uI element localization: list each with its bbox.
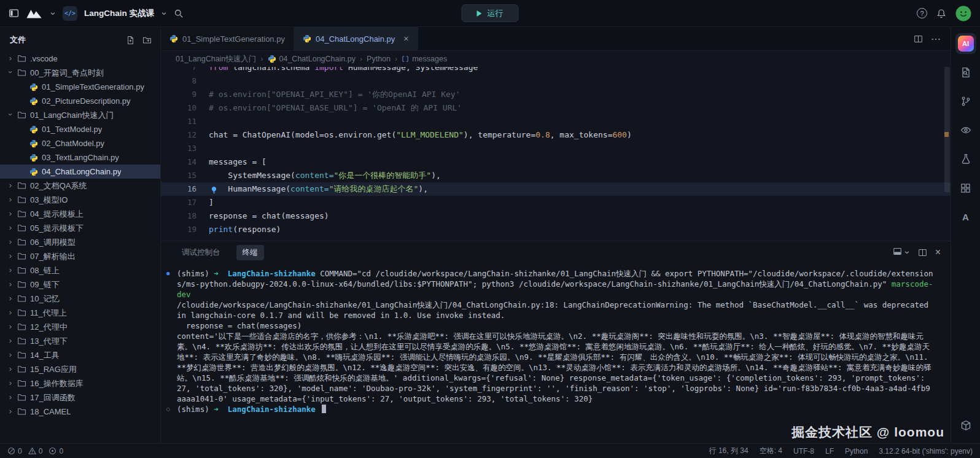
ai-assistant-icon[interactable]: AI	[955, 33, 976, 54]
code-editor[interactable]: 7from langchain.schema import HumanMessa…	[161, 67, 951, 241]
breadcrumb-item[interactable]: messages	[402, 55, 447, 63]
tree-file[interactable]: 01_TextModel.py	[0, 122, 160, 136]
activity-bar-top: AIA	[955, 33, 976, 227]
breadcrumb-separator: ›	[360, 55, 362, 63]
python-file-icon	[29, 168, 38, 176]
split-editor-icon[interactable]	[914, 34, 923, 44]
tree-folder[interactable]: ›13_代理下	[0, 334, 160, 348]
tree-folder[interactable]: ›08_链上	[0, 263, 160, 278]
close-panel-icon[interactable]: ×	[935, 247, 941, 257]
testing-icon[interactable]	[955, 149, 976, 169]
tree-folder[interactable]: ›05_提示模板下	[0, 221, 160, 235]
terminal-block: response = chat(messages)	[177, 320, 933, 331]
tree-item-label: 15_RAG应用	[30, 364, 77, 375]
tree-file[interactable]: 02_PictureDescription.py	[0, 94, 160, 108]
tree-item-label: 01_SimpleTextGeneration.py	[42, 82, 144, 91]
tree-folder[interactable]: ›12_代理中	[0, 320, 160, 334]
tree-folder[interactable]: ›03_模型IO	[0, 193, 160, 207]
tree-item-label: 05_提示模板下	[30, 223, 84, 234]
warning-indicator[interactable]: 0	[28, 447, 43, 456]
split-terminal-icon[interactable]	[918, 248, 927, 257]
search-icon[interactable]	[174, 9, 184, 18]
tree-folder[interactable]: ›17_回调函数	[0, 390, 160, 405]
status-item[interactable]: 3.12.2 64-bit ('shims': pyenv)	[879, 447, 973, 456]
tree-item-label: 18_CAMEL	[30, 407, 71, 416]
folder-icon	[17, 294, 26, 303]
close-tab-icon[interactable]: ×	[403, 34, 408, 44]
tree-file[interactable]: 04_ChatLongChain.py	[0, 165, 160, 179]
tree-file[interactable]: 02_ChatModel.py	[0, 136, 160, 150]
titlebar-right: ?	[917, 6, 971, 21]
activity-bar-bottom	[955, 415, 976, 436]
package-icon[interactable]	[955, 415, 976, 436]
breadcrumb-item[interactable]: 04_ChatLongChain.py	[268, 55, 356, 63]
tree-folder[interactable]: ›01_LangChain快速入门	[0, 108, 160, 122]
chevron-down-icon[interactable]	[161, 10, 167, 17]
command-decoration-icon[interactable]: ○	[166, 404, 169, 414]
error-indicator[interactable]: 0	[7, 447, 22, 456]
preview-icon[interactable]	[955, 120, 976, 141]
panel-tab[interactable]: 调试控制台	[176, 245, 227, 260]
tree-folder[interactable]: ›.vscode	[0, 52, 160, 66]
editor-tab[interactable]: 04_ChatLongChain.py×	[294, 27, 418, 50]
sidebar-toggle-icon[interactable]	[9, 8, 19, 18]
new-file-icon[interactable]	[126, 36, 135, 45]
editor-tab[interactable]: 01_SimpleTextGeneration.py	[161, 27, 294, 50]
tree-folder[interactable]: ›04_提示模板上	[0, 207, 160, 221]
editor-scrollbar[interactable]	[944, 67, 950, 241]
breadcrumb-item[interactable]: Python	[367, 55, 391, 63]
command-decoration-icon[interactable]: ●	[166, 268, 169, 279]
avatar[interactable]	[955, 6, 971, 21]
tree-folder[interactable]: ›11_代理上	[0, 306, 160, 320]
help-icon[interactable]: ?	[917, 8, 927, 18]
chevron-icon: ›	[7, 53, 14, 63]
status-item[interactable]: Python	[845, 447, 868, 456]
code-line: 16 HumanMessage(content="请给我的桌游店起个名"),	[161, 182, 951, 196]
source-control-icon[interactable]	[955, 91, 976, 112]
panel-tab[interactable]: 终端	[236, 245, 264, 260]
scrollbar-thumb[interactable]	[944, 67, 950, 192]
tree-file[interactable]: 01_SimpleTextGeneration.py	[0, 80, 160, 94]
panel-tabs: 调试控制台终端	[176, 245, 264, 260]
extensions-icon[interactable]	[955, 177, 976, 198]
python-file-icon	[29, 83, 38, 91]
chevron-icon: ›	[7, 308, 14, 317]
more-actions-icon[interactable]: ⋯	[931, 33, 941, 45]
status-item[interactable]: 空格: 4	[760, 446, 782, 456]
panel-header: 调试控制台终端 ×	[161, 241, 951, 263]
tree-folder[interactable]: ›02_文档QA系统	[0, 179, 160, 193]
status-item[interactable]: 行 16, 列 34	[709, 446, 749, 456]
status-item[interactable]: LF	[825, 447, 834, 456]
breadcrumb-item[interactable]: 01_LangChain快速入门	[176, 54, 256, 64]
ide-window: </> LangChain 实战课 运行 ? 文件 ›.vscode›00_开篇…	[0, 0, 980, 458]
dot-indicator[interactable]: 0	[49, 447, 63, 456]
run-button[interactable]: 运行	[462, 4, 519, 22]
chevron-icon: ›	[7, 392, 14, 402]
tree-folder[interactable]: ›10_记忆	[0, 292, 160, 306]
terminal-layout-icon[interactable]	[893, 247, 910, 258]
tree-folder[interactable]: ›07_解析输出	[0, 249, 160, 263]
tree-folder[interactable]: ›00_开篇词_奇点时刻	[0, 66, 160, 80]
error-icon	[7, 447, 15, 455]
code-line: 11	[161, 115, 951, 128]
workspace-name[interactable]: LangChain 实战课	[84, 8, 154, 19]
tree-folder[interactable]: ›09_链下	[0, 278, 160, 292]
folder-icon	[17, 181, 26, 190]
tree-folder[interactable]: ›16_操作数据库	[0, 376, 160, 390]
tree-folder[interactable]: ›15_RAG应用	[0, 362, 160, 376]
line-number: 12	[161, 128, 196, 142]
new-folder-icon[interactable]	[142, 36, 152, 45]
tree-folder[interactable]: ›18_CAMEL	[0, 405, 160, 419]
typography-icon[interactable]: A	[955, 206, 976, 227]
bell-icon[interactable]	[936, 9, 946, 18]
line-number: 10	[161, 101, 196, 115]
app-logo-icon[interactable]	[26, 9, 43, 18]
tree-folder[interactable]: ›06_调用模型	[0, 235, 160, 249]
tree-file[interactable]: 03_TextLangChain.py	[0, 150, 160, 165]
terminal-output[interactable]: ●(shims) ➜ LangChain-shizhanke COMMAND="…	[161, 263, 951, 443]
status-item[interactable]: UTF-8	[793, 447, 814, 456]
chevron-down-icon[interactable]	[50, 10, 56, 17]
tree-folder[interactable]: ›14_工具	[0, 348, 160, 362]
file-search-icon[interactable]	[955, 62, 976, 83]
code-line: 12chat = ChatOpenAI(model=os.environ.get…	[161, 128, 951, 142]
